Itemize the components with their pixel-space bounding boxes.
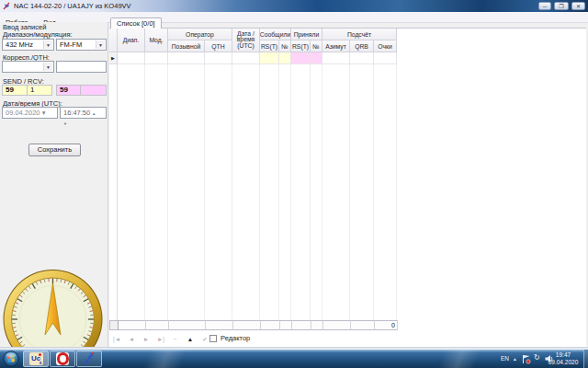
entry-panel: Ввод записей Диапазон/модуляция: 432 MHz… bbox=[0, 22, 108, 348]
cell-points[interactable] bbox=[374, 52, 397, 64]
header-sent-nr: № bbox=[279, 40, 291, 52]
header-rcvd-nr: № bbox=[311, 40, 322, 52]
close-button[interactable]: ✕ bbox=[571, 2, 585, 10]
header-points: Очки bbox=[374, 40, 397, 52]
window-title: NAC 144-02-20 / UA1AJY из KO49VV bbox=[14, 0, 131, 12]
update-refresh-icon[interactable]: ↻ bbox=[534, 352, 540, 363]
calendar-dropdown-icon[interactable]: ▾ bbox=[42, 109, 46, 117]
time-field[interactable]: 16:47:50 ▲▼ bbox=[60, 107, 107, 119]
header-sent-rst: RS(T) bbox=[260, 40, 279, 52]
save-button[interactable]: Сохранить bbox=[28, 144, 81, 156]
corresp-select[interactable]: ▼ bbox=[2, 61, 54, 73]
header-mode: Мод. bbox=[145, 29, 168, 52]
tray-date: 09.04.2020 bbox=[545, 359, 582, 366]
minimize-button[interactable]: ─ bbox=[538, 2, 551, 10]
time-value: 16:47:50 bbox=[63, 109, 90, 117]
chevron-down-icon[interactable]: ▼ bbox=[43, 40, 52, 49]
taskbar-app-ucx[interactable]: Ucx bbox=[23, 351, 49, 367]
start-button[interactable] bbox=[3, 351, 19, 367]
mode-select[interactable]: FM-FM ▼ bbox=[56, 39, 107, 51]
cell-callsign[interactable] bbox=[168, 52, 205, 64]
send-nr-field[interactable]: 1 bbox=[27, 85, 52, 96]
nav-insert-button[interactable]: ▲ bbox=[184, 334, 197, 344]
header-callsign: Позывной bbox=[168, 40, 205, 52]
header-calc-group: Подсчёт bbox=[322, 29, 397, 40]
row-indicator-arrow: ▶ bbox=[109, 52, 118, 64]
band-mode-label: Диапазон/модуляция: bbox=[3, 30, 73, 39]
band-value: 432 MHz bbox=[6, 40, 33, 49]
grid-header: Диап. Мод. Оператор Дата / время (UTC) С… bbox=[109, 29, 397, 52]
taskbar-app-opera[interactable] bbox=[50, 351, 75, 367]
cell-rcvd-rst[interactable] bbox=[291, 52, 311, 64]
screen: NAC 144-02-20 / UA1AJY из KO49VV ─ ❐ ✕ Р… bbox=[0, 0, 588, 368]
date-value: 09.04.2020 bbox=[6, 109, 40, 117]
header-indicator bbox=[109, 29, 118, 52]
mode-value: FM-FM bbox=[60, 40, 82, 49]
nav-next-button[interactable]: ► bbox=[140, 334, 153, 344]
qth-field[interactable] bbox=[56, 61, 107, 73]
maximize-button[interactable]: ❐ bbox=[554, 2, 569, 10]
taskbar-gloss bbox=[138, 350, 193, 368]
header-rcvd-group: Приняли bbox=[291, 29, 322, 40]
antenna-icon bbox=[82, 351, 96, 366]
header-rcvd-rst: RS(T) bbox=[291, 40, 311, 52]
taskbar-app-nac-logger[interactable] bbox=[76, 351, 102, 367]
grid-insert-row: ▶ bbox=[109, 52, 397, 64]
cell-qrb[interactable] bbox=[350, 52, 374, 64]
title-bar: NAC 144-02-20 / UA1AJY из KO49VV ─ ❐ ✕ bbox=[0, 0, 588, 12]
rcv-nr-field[interactable] bbox=[80, 85, 107, 96]
opera-icon bbox=[56, 352, 69, 365]
header-azimuth: Азимут bbox=[322, 40, 350, 52]
editor-checkbox-label: Редактор bbox=[220, 334, 250, 342]
nav-last-button[interactable]: ►| bbox=[154, 334, 167, 344]
send-rst-field[interactable]: 59 bbox=[2, 85, 28, 96]
tray-time: 19:47 bbox=[545, 351, 582, 359]
cell-qth[interactable] bbox=[205, 52, 232, 64]
header-sent-group: Сообщили bbox=[260, 29, 291, 40]
chevron-down-icon[interactable]: ▼ bbox=[43, 63, 52, 71]
editor-checkbox[interactable] bbox=[209, 335, 217, 342]
cell-sent-rst[interactable] bbox=[260, 52, 279, 64]
cell-band[interactable] bbox=[118, 52, 145, 64]
cell-mode[interactable] bbox=[145, 52, 168, 64]
grid-body[interactable] bbox=[109, 64, 397, 320]
action-center-flag-icon[interactable] bbox=[522, 354, 531, 364]
cell-rcvd-nr[interactable] bbox=[311, 52, 322, 64]
cell-azimuth[interactable] bbox=[322, 52, 350, 64]
hidden-icons-arrow[interactable]: ▴ bbox=[514, 353, 516, 364]
ucx-icon: Ucx bbox=[29, 352, 43, 365]
date-field[interactable]: 09.04.2020 ▾ bbox=[2, 107, 58, 119]
nav-first-button[interactable]: |◄ bbox=[110, 334, 123, 344]
show-desktop-button[interactable] bbox=[583, 350, 588, 368]
taskbar-gloss bbox=[432, 350, 487, 368]
grid-footer: 0 bbox=[109, 320, 398, 330]
band-select[interactable]: 432 MHz ▼ bbox=[2, 39, 54, 51]
chevron-down-icon[interactable]: ▼ bbox=[96, 40, 105, 49]
footer-points-total: 0 bbox=[375, 320, 398, 330]
header-qth: QTH bbox=[205, 40, 232, 52]
nav-delete-button[interactable]: − bbox=[169, 334, 182, 344]
nav-prior-button[interactable]: ◄ bbox=[125, 334, 138, 344]
app-icon bbox=[3, 2, 11, 10]
cell-sent-nr[interactable] bbox=[279, 52, 291, 64]
header-operator-group: Оператор bbox=[168, 29, 232, 40]
tray-clock[interactable]: 19:47 09.04.2020 bbox=[545, 351, 582, 366]
cell-datetime[interactable] bbox=[232, 52, 260, 64]
header-datetime: Дата / время (UTC) bbox=[232, 29, 260, 52]
rcv-rst-field[interactable]: 59 bbox=[56, 85, 81, 96]
tray-language-indicator[interactable]: EN bbox=[501, 353, 509, 364]
tab-list[interactable]: Список [0/0] bbox=[110, 17, 162, 29]
header-band: Диап. bbox=[118, 29, 145, 52]
header-qrb: QRB bbox=[350, 40, 374, 52]
